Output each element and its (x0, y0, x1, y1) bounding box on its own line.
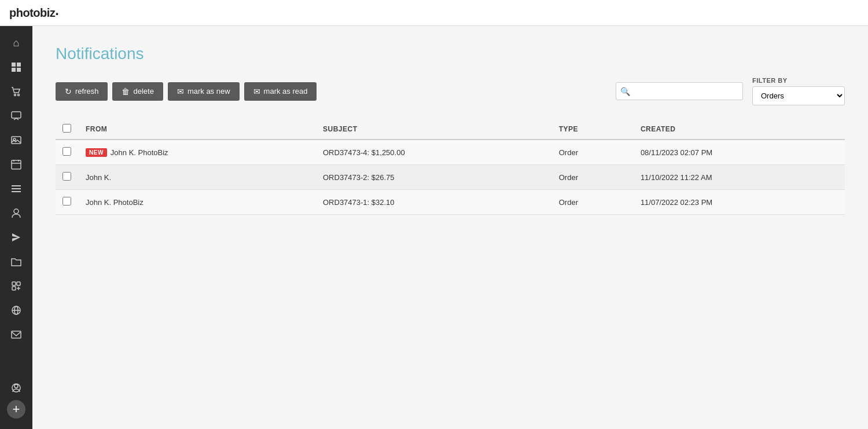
row-type: Order (552, 165, 634, 190)
sidebar-add-button[interactable]: + (7, 400, 25, 419)
delete-button[interactable]: 🗑 delete (112, 82, 163, 101)
sidebar-item-folder[interactable] (0, 250, 32, 274)
refresh-icon: ↻ (65, 87, 72, 96)
refresh-button[interactable]: ↻ refresh (56, 82, 108, 101)
mark-as-read-label: mark as read (264, 87, 308, 96)
sidebar-item-home[interactable]: ⌂ (0, 31, 32, 55)
logo-text: photobiz (9, 6, 55, 19)
row-from: NEWJohn K. PhotoBiz (79, 140, 316, 165)
search-box: 🔍 (616, 82, 743, 100)
from-text: John K. PhotoBiz (111, 148, 168, 157)
row-subject: ORD37473-4: $1,250.00 (316, 140, 552, 165)
main-layout: ⌂ (0, 26, 868, 429)
search-input[interactable] (616, 82, 743, 100)
filter-select[interactable]: All Orders Messages System (752, 86, 845, 105)
sidebar-item-shop[interactable] (0, 79, 32, 104)
svg-rect-6 (12, 112, 21, 118)
column-header-subject: SUBJECT (316, 119, 552, 140)
mark-as-read-button[interactable]: ✉ mark as read (244, 82, 317, 101)
sidebar-item-globe[interactable] (0, 298, 32, 322)
svg-rect-1 (17, 63, 21, 67)
mark-as-new-label: mark as new (187, 87, 230, 96)
column-header-type: TYPE (552, 119, 634, 140)
sidebar-item-gallery[interactable] (0, 128, 32, 152)
row-type: Order (552, 140, 634, 165)
svg-rect-14 (12, 282, 16, 285)
logo-dot: · (55, 5, 58, 21)
table-header-row: FROM SUBJECT TYPE CREATED (56, 119, 845, 140)
svg-rect-16 (12, 287, 16, 290)
row-checkbox[interactable] (62, 172, 71, 181)
svg-rect-15 (17, 282, 20, 285)
filter-label: FILTER BY (752, 77, 845, 84)
from-text: John K. (86, 173, 111, 182)
filter-container: FILTER BY All Orders Messages System (752, 77, 845, 105)
svg-point-5 (18, 94, 20, 96)
search-container: 🔍 FILTER BY All Orders Messages System (616, 77, 845, 105)
sidebar-item-email[interactable] (0, 322, 32, 347)
sidebar-item-list[interactable] (0, 177, 32, 201)
sidebar-item-plugins[interactable] (0, 274, 32, 298)
row-checkbox[interactable] (62, 197, 71, 206)
sidebar-item-dashboard[interactable] (0, 55, 32, 79)
delete-label: delete (133, 87, 153, 96)
row-created: 08/11/2023 02:07 PM (634, 140, 845, 165)
sidebar-item-account[interactable] (0, 376, 32, 400)
svg-rect-12 (12, 191, 21, 192)
svg-rect-11 (12, 188, 21, 189)
select-all-checkbox[interactable] (62, 124, 71, 133)
header-checkbox-cell (56, 119, 79, 140)
row-checkbox-cell (56, 140, 79, 165)
svg-rect-2 (12, 68, 16, 72)
svg-rect-20 (12, 331, 21, 338)
row-checkbox-cell (56, 165, 79, 190)
page-title: Notifications (56, 45, 845, 63)
svg-point-21 (14, 384, 18, 388)
svg-rect-10 (12, 185, 21, 186)
row-from: John K. PhotoBiz (79, 190, 316, 215)
mark-as-new-button[interactable]: ✉ mark as new (168, 82, 240, 101)
row-checkbox[interactable] (62, 147, 71, 156)
svg-rect-0 (12, 63, 16, 67)
column-header-created: CREATED (634, 119, 845, 140)
logo: photobiz· (9, 6, 58, 20)
mark-read-icon: ✉ (253, 87, 260, 96)
search-icon: 🔍 (620, 87, 630, 96)
refresh-label: refresh (75, 87, 98, 96)
svg-point-4 (14, 94, 16, 96)
row-created: 11/10/2022 11:22 AM (634, 165, 845, 190)
row-subject: ORD37473-2: $26.75 (316, 165, 552, 190)
svg-rect-7 (12, 137, 21, 144)
from-text: John K. PhotoBiz (86, 198, 144, 207)
table-row: John K. PhotoBizORD37473-1: $32.10Order1… (56, 190, 845, 215)
sidebar-item-messages[interactable] (0, 104, 32, 128)
sidebar: ⌂ (0, 26, 32, 429)
svg-rect-9 (12, 160, 21, 169)
sidebar-bottom: + (0, 376, 32, 424)
column-header-from: FROM (79, 119, 316, 140)
content-area: Notifications ↻ refresh 🗑 delete ✉ mark … (32, 26, 868, 429)
sidebar-item-send[interactable] (0, 225, 32, 250)
sidebar-item-contacts[interactable] (0, 201, 32, 225)
table-row: John K.ORD37473-2: $26.75Order11/10/2022… (56, 165, 845, 190)
mark-new-icon: ✉ (177, 87, 184, 96)
topbar: photobiz· (0, 0, 868, 26)
row-checkbox-cell (56, 190, 79, 215)
row-created: 11/07/2022 02:23 PM (634, 190, 845, 215)
toolbar: ↻ refresh 🗑 delete ✉ mark as new ✉ mark … (56, 77, 845, 105)
row-type: Order (552, 190, 634, 215)
table-row: NEWJohn K. PhotoBizORD37473-4: $1,250.00… (56, 140, 845, 165)
sidebar-item-calendar[interactable] (0, 152, 32, 177)
delete-icon: 🗑 (122, 87, 130, 96)
svg-point-13 (14, 209, 19, 214)
notifications-table: FROM SUBJECT TYPE CREATED NEWJohn K. Pho… (56, 119, 845, 215)
new-badge: NEW (86, 148, 107, 157)
row-subject: ORD37473-1: $32.10 (316, 190, 552, 215)
row-from: John K. (79, 165, 316, 190)
svg-rect-3 (17, 68, 21, 72)
